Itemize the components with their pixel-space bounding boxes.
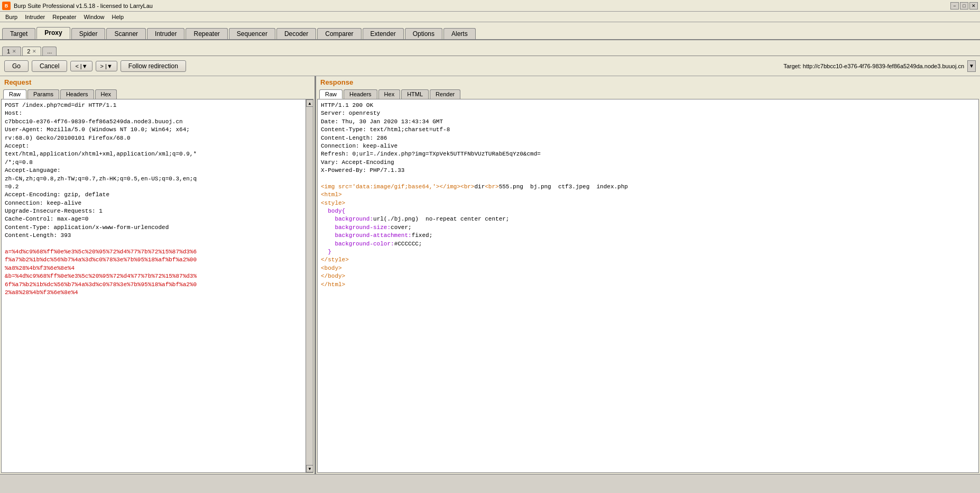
content-area: Request Raw Params Headers Hex POST /ind… bbox=[0, 76, 980, 474]
tab-options[interactable]: Options bbox=[405, 28, 442, 39]
close-button[interactable]: ✕ bbox=[969, 2, 978, 10]
tab-scanner[interactable]: Scanner bbox=[106, 28, 146, 39]
target-label: Target: http://c7bbcc10-e376-4f76-9839-f… bbox=[783, 63, 964, 69]
request-text-area[interactable]: POST /index.php?cmd=dir HTTP/1.1 Host: c… bbox=[1, 99, 313, 473]
close-tab-2-icon[interactable]: ✕ bbox=[32, 49, 36, 54]
close-tab-1-icon[interactable]: ✕ bbox=[12, 49, 16, 54]
window-title: Burp Suite Professional v1.5.18 - licens… bbox=[14, 3, 153, 9]
maximize-button[interactable]: □ bbox=[960, 2, 968, 10]
menu-window[interactable]: Window bbox=[80, 13, 107, 21]
tab-target[interactable]: Target bbox=[2, 28, 35, 39]
response-tab-html[interactable]: HTML bbox=[401, 89, 429, 99]
tab-spider[interactable]: Spider bbox=[71, 28, 106, 39]
follow-redirect-button[interactable]: Follow redirection bbox=[121, 60, 186, 72]
tab-sequencer[interactable]: Sequencer bbox=[229, 28, 275, 39]
minimize-button[interactable]: − bbox=[950, 2, 959, 10]
tab-proxy[interactable]: Proxy bbox=[36, 27, 70, 39]
tab-comparer[interactable]: Comparer bbox=[317, 28, 361, 39]
response-title: Response bbox=[316, 76, 980, 88]
tab-extender[interactable]: Extender bbox=[363, 28, 404, 39]
go-button[interactable]: Go bbox=[4, 60, 29, 72]
toolbar: Go Cancel < |▼ > |▼ Follow redirection T… bbox=[0, 56, 980, 76]
cancel-button[interactable]: Cancel bbox=[32, 60, 67, 72]
request-content: POST /index.php?cmd=dir HTTP/1.1 Host: c… bbox=[2, 99, 313, 472]
title-bar: B Burp Suite Professional v1.5.18 - lice… bbox=[0, 0, 980, 12]
target-corner-button[interactable]: ▼ bbox=[967, 60, 976, 72]
request-tab-params[interactable]: Params bbox=[27, 89, 59, 99]
tab-decoder[interactable]: Decoder bbox=[276, 28, 316, 39]
sub-tab-more[interactable]: ... bbox=[42, 47, 57, 56]
tab-repeater[interactable]: Repeater bbox=[186, 28, 227, 39]
menu-intruder[interactable]: Intruder bbox=[22, 13, 48, 21]
request-title: Request bbox=[0, 76, 315, 88]
request-tab-hex[interactable]: Hex bbox=[95, 89, 117, 99]
bottom-bar bbox=[0, 474, 980, 493]
request-scrollbar[interactable]: ▲ ▼ bbox=[306, 99, 313, 472]
tab-intruder[interactable]: Intruder bbox=[147, 28, 184, 39]
response-tab-headers[interactable]: Headers bbox=[344, 89, 377, 99]
response-tab-hex[interactable]: Hex bbox=[378, 89, 401, 99]
sub-tab-2[interactable]: 2 ✕ bbox=[22, 47, 41, 56]
request-tab-headers[interactable]: Headers bbox=[60, 89, 94, 99]
sub-tab-bar: 1 ✕ 2 ✕ ... bbox=[0, 40, 980, 56]
app-icon: B bbox=[2, 2, 11, 10]
tab-alerts[interactable]: Alerts bbox=[443, 28, 476, 39]
response-tab-render[interactable]: Render bbox=[430, 89, 460, 99]
back-button[interactable]: < |▼ bbox=[70, 61, 92, 71]
menu-help[interactable]: Help bbox=[109, 13, 127, 21]
main-tab-bar: Target Proxy Spider Scanner Intruder Rep… bbox=[0, 22, 980, 40]
request-tab-raw[interactable]: Raw bbox=[3, 89, 26, 99]
menu-bar: Burp Intruder Repeater Window Help bbox=[0, 12, 980, 22]
response-content: HTTP/1.1 200 OK Server: openresty Date: … bbox=[318, 99, 978, 472]
response-tabs: Raw Headers Hex HTML Render bbox=[316, 88, 980, 99]
response-tab-raw[interactable]: Raw bbox=[319, 89, 343, 99]
scroll-up-arrow[interactable]: ▲ bbox=[306, 99, 313, 107]
forward-button[interactable]: > |▼ bbox=[96, 61, 117, 71]
sub-tab-1[interactable]: 1 ✕ bbox=[2, 47, 21, 56]
request-tabs: Raw Params Headers Hex bbox=[0, 88, 315, 99]
menu-repeater[interactable]: Repeater bbox=[49, 13, 79, 21]
response-text-area[interactable]: HTTP/1.1 200 OK Server: openresty Date: … bbox=[317, 99, 979, 473]
scroll-down-arrow[interactable]: ▼ bbox=[306, 465, 313, 472]
request-panel: Request Raw Params Headers Hex POST /ind… bbox=[0, 76, 316, 474]
response-panel: Response Raw Headers Hex HTML Render HTT… bbox=[316, 76, 980, 474]
menu-burp[interactable]: Burp bbox=[2, 13, 21, 21]
